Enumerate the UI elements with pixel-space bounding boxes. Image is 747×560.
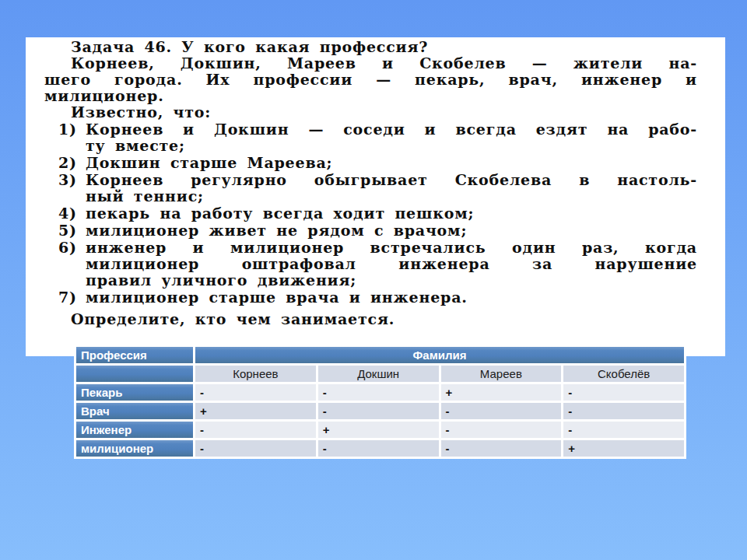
table-row: Пекарь - - + - bbox=[76, 384, 684, 401]
slide-background: Задача 46. У кого какая профессия? Корне… bbox=[0, 0, 747, 560]
clue-line: Докшин старше Мареева; bbox=[86, 155, 697, 171]
clue-line: Корнеев регулярно обыгрывает Скобелева в… bbox=[86, 172, 697, 188]
table-row: милиционер - - - + bbox=[76, 440, 684, 457]
clue-line: милиционер старше врача и инженера. bbox=[86, 289, 697, 306]
table-cell-value: - bbox=[563, 384, 684, 401]
intro-line: шего города. Их профессии — пекарь, врач… bbox=[44, 72, 697, 88]
table-cell-value: + bbox=[441, 384, 562, 401]
clue-line: Корнеев и Докшин — соседи и всегда ездят… bbox=[86, 121, 697, 138]
clue-number: 2) bbox=[44, 155, 86, 171]
clue-number: 3) bbox=[44, 172, 86, 205]
clue-line: милиционер оштрафовал инженера за наруше… bbox=[86, 256, 697, 272]
table-cell-value: - bbox=[195, 422, 316, 438]
clue-body: Докшин старше Мареева; bbox=[86, 155, 697, 171]
clue-item: 1) Корнеев и Докшин — соседи и всегда ез… bbox=[44, 121, 697, 154]
table-cell-value: + bbox=[563, 440, 684, 457]
logic-table: Профессия Фамилия Корнеев Докшин Мареев … bbox=[74, 345, 686, 459]
clue-item: 6) инженер и милиционер встречались один… bbox=[44, 240, 697, 289]
table-row-label: Инженер bbox=[76, 422, 193, 438]
table-cell-value: - bbox=[195, 440, 316, 457]
table-names-row: Корнеев Докшин Мареев Скобелёв bbox=[76, 366, 684, 382]
table-cell-value: - bbox=[318, 403, 439, 419]
table-cell-value: + bbox=[195, 403, 316, 419]
clue-body: пекарь на работу всегда ходит пешком; bbox=[86, 205, 697, 222]
table-cell-value: - bbox=[563, 422, 684, 438]
clue-item: 3) Корнеев регулярно обыгрывает Скобелев… bbox=[44, 172, 697, 205]
known-label: Известно, что: bbox=[44, 104, 697, 121]
name-column-header: Мареев bbox=[441, 366, 562, 382]
table-row-label: Врач bbox=[76, 403, 193, 419]
clue-line: ту вместе; bbox=[86, 138, 697, 154]
surname-header-cell: Фамилия bbox=[195, 347, 684, 363]
table-cell-value: + bbox=[318, 422, 439, 438]
table-header-row: Профессия Фамилия bbox=[76, 347, 684, 363]
clue-line: пекарь на работу всегда ходит пешком; bbox=[86, 205, 697, 222]
clue-line: ный теннис; bbox=[86, 188, 697, 205]
table-cell-value: - bbox=[441, 403, 562, 419]
table-cell-value: - bbox=[441, 422, 562, 438]
table-cell-value: - bbox=[318, 384, 439, 401]
name-column-header: Докшин bbox=[318, 366, 439, 382]
clue-line: правил уличного движения; bbox=[86, 272, 697, 289]
problem-title: Задача 46. У кого какая профессия? bbox=[44, 39, 697, 55]
name-column-header: Скобелёв bbox=[563, 366, 684, 382]
name-column-header: Корнеев bbox=[195, 366, 316, 382]
clue-item: 7) милиционер старше врача и инженера. bbox=[44, 289, 697, 306]
clue-number: 7) bbox=[44, 289, 86, 306]
clue-line: инженер и милиционер встречались один ра… bbox=[86, 240, 697, 256]
clue-number: 5) bbox=[44, 222, 86, 239]
table-row-label: Пекарь bbox=[76, 384, 193, 401]
table-row: Врач + - - - bbox=[76, 403, 684, 419]
intro-line: милиционер. bbox=[44, 88, 697, 104]
table-cell-value: - bbox=[195, 384, 316, 401]
table-cell-value: - bbox=[563, 403, 684, 419]
clue-item: 2) Докшин старше Мареева; bbox=[44, 155, 697, 171]
profession-header-cell: Профессия bbox=[76, 347, 193, 363]
table-empty-cell bbox=[76, 366, 193, 382]
table-row: Инженер - + - - bbox=[76, 422, 684, 438]
table-row-label: милиционер bbox=[76, 440, 193, 457]
problem-text-panel: Задача 46. У кого какая профессия? Корне… bbox=[26, 37, 725, 356]
clue-body: милиционер живет не рядом с врачом; bbox=[86, 222, 697, 239]
intro-line: Корнеев, Докшин, Мареев и Скобелев — жит… bbox=[44, 55, 697, 72]
clue-number: 1) bbox=[44, 121, 86, 154]
clue-number: 4) bbox=[44, 205, 86, 222]
clue-body: милиционер старше врача и инженера. bbox=[86, 289, 697, 306]
clue-item: 5) милиционер живет не рядом с врачом; bbox=[44, 222, 697, 239]
clue-body: инженер и милиционер встречались один ра… bbox=[86, 240, 697, 289]
clue-line: милиционер живет не рядом с врачом; bbox=[86, 222, 697, 239]
table-cell-value: - bbox=[441, 440, 562, 457]
clue-item: 4) пекарь на работу всегда ходит пешком; bbox=[44, 205, 697, 222]
clue-number: 6) bbox=[44, 240, 86, 289]
clue-body: Корнеев регулярно обыгрывает Скобелева в… bbox=[86, 172, 697, 205]
table-cell-value: - bbox=[318, 440, 439, 457]
conclusion-text: Определите, кто чем занимается. bbox=[44, 311, 697, 327]
clue-body: Корнеев и Докшин — соседи и всегда ездят… bbox=[86, 121, 697, 154]
